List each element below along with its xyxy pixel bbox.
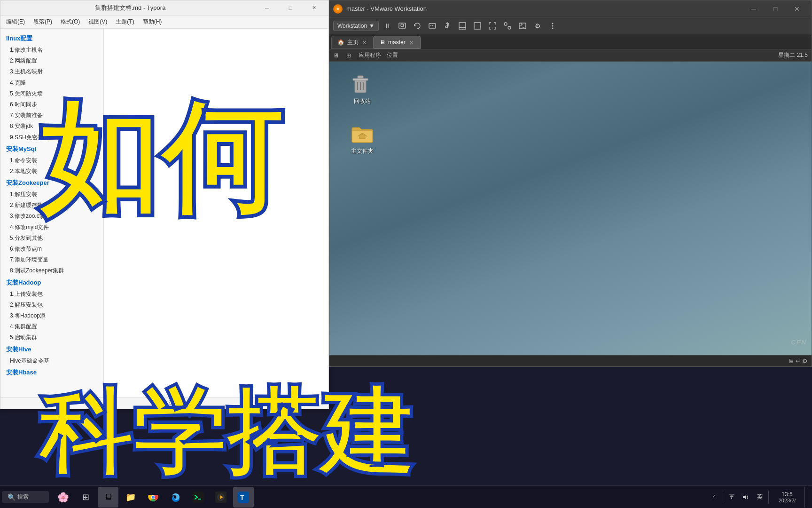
usb-button[interactable] <box>441 20 454 32</box>
sidebar-hadoop-5[interactable]: 5.启动集群 <box>0 332 103 343</box>
tab-master-close[interactable]: ✕ <box>408 39 414 46</box>
vm-status-monitor-icon[interactable]: 🖥 <box>788 357 794 365</box>
sidebar-hadoop-2[interactable]: 2.解压安装包 <box>0 300 103 310</box>
tray-network-icon[interactable] <box>725 487 738 508</box>
vmware-title: master - VMware Workstation <box>346 5 739 12</box>
apps-label[interactable]: 应用程序 <box>359 51 381 59</box>
sidebar-item-4[interactable]: 4.克隆 <box>0 78 103 88</box>
svg-text:T: T <box>240 494 244 501</box>
taskbar-terminal-icon[interactable] <box>188 487 209 508</box>
taskbar-explorer-icon[interactable]: 📁 <box>120 487 141 508</box>
sidebar-zk-5[interactable]: 5.分发到其他 <box>0 233 103 244</box>
sidebar-item-8[interactable]: 8.安装jdk <box>0 121 103 132</box>
sidebar-hadoop-4[interactable]: 4.集群配置 <box>0 321 103 332</box>
sidebar-item-6[interactable]: 6.时间同步 <box>0 99 103 110</box>
svg-point-7 <box>448 24 449 26</box>
view-normal-button[interactable] <box>456 20 469 32</box>
revert-button[interactable] <box>411 20 424 32</box>
sidebar-zk-6[interactable]: 6.修改节点m <box>0 244 103 254</box>
sidebar-zk-8[interactable]: 8.测试Zookeeper集群 <box>0 265 103 276</box>
sidebar-section-hadoop: 安装Hadoop <box>0 277 103 289</box>
vmware-icon <box>333 4 343 14</box>
maximize-button[interactable]: □ <box>280 0 301 16</box>
pause-button[interactable]: ⏸ <box>381 20 394 32</box>
vm-icon: 🖥 <box>380 39 385 46</box>
typora-title: 集群搭建文档.md - Typora <box>4 4 256 12</box>
taskbar-flower-icon[interactable]: 🌸 <box>53 487 73 508</box>
console-button[interactable] <box>516 20 529 32</box>
menu-format[interactable]: 格式(O) <box>57 16 84 27</box>
typora-sidebar: linux配置 1.修改主机名 2.网络配置 3.主机名映射 4.克隆 5.关闭… <box>0 29 104 397</box>
menu-paragraph[interactable]: 段落(P) <box>30 16 56 27</box>
desktop-icon-home[interactable]: 主文件夹 <box>344 123 381 157</box>
sidebar-zk-4[interactable]: 4.修改myid文件 <box>0 222 103 233</box>
vmware-nav-bar: 🖥 ⊞ 应用程序 位置 星期二 21:5 <box>329 49 812 62</box>
sidebar-item-9[interactable]: 9.SSH免密登录 <box>0 132 103 143</box>
workstation-dropdown[interactable]: Workstation ▼ <box>333 21 379 31</box>
snapshot-button[interactable] <box>396 20 409 32</box>
vm-status-restore-icon[interactable]: ↩ <box>796 357 801 365</box>
menu-edit[interactable]: 编辑(E) <box>2 16 29 27</box>
word-count: 4216 词 <box>155 399 174 407</box>
menu-theme[interactable]: 主题(T) <box>112 16 138 27</box>
vmware-minimize-button[interactable]: ─ <box>743 0 765 17</box>
taskbar-tray: ^ 英 13:5 2023/2/ <box>706 487 810 508</box>
taskbar-taskview-button[interactable]: ⊞ <box>75 487 96 508</box>
taskbar-chrome-icon[interactable] <box>143 487 164 508</box>
sidebar-zk-7[interactable]: 7.添加环境变量 <box>0 254 103 265</box>
svg-point-2 <box>401 24 404 27</box>
taskbar-typora-icon[interactable]: T <box>233 487 254 508</box>
vm-status-settings-icon[interactable]: ⚙ <box>802 357 808 365</box>
svg-rect-19 <box>353 79 368 80</box>
sidebar-hadoop-1[interactable]: 1.上传安装包 <box>0 289 103 300</box>
nav-datetime: 星期二 21:5 <box>778 51 808 59</box>
sidebar-zk-3[interactable]: 3.修改zoo.cfg文件 <box>0 211 103 222</box>
clock-date: 2023/2/ <box>779 498 796 503</box>
sidebar-hive-1[interactable]: Hive基础命令基 <box>0 356 103 366</box>
edge-logo-icon <box>170 492 181 503</box>
sidebar-item-5[interactable]: 5.关闭防火墙 <box>0 88 103 99</box>
sidebar-mysql-2[interactable]: 2.本地安装 <box>0 166 103 177</box>
send-keys-button[interactable] <box>426 20 439 32</box>
taskbar-search[interactable]: 🔍 搜索 <box>2 491 49 503</box>
tray-volume-icon[interactable] <box>739 487 752 508</box>
minimize-button[interactable]: ─ <box>256 0 278 16</box>
svg-rect-3 <box>429 24 436 28</box>
vmware-vm-viewport[interactable]: 回收站 主文件夹 CEN <box>329 62 812 355</box>
desktop-icon-recycle[interactable]: 回收站 <box>344 71 381 107</box>
vmware-tabs-row: 🏠 主页 ✕ 🖥 master ✕ <box>329 34 812 49</box>
sidebar-hadoop-3[interactable]: 3.将Hadoop添 <box>0 310 103 321</box>
svg-rect-13 <box>519 23 526 29</box>
sidebar-zk-1[interactable]: 1.解压安装 <box>0 189 103 200</box>
taskbar-edge-icon[interactable] <box>165 487 186 508</box>
sidebar-section-hive: 安装Hive <box>0 343 103 356</box>
vmware-maximize-button[interactable]: □ <box>765 0 786 17</box>
taskbar-clock[interactable]: 13:5 2023/2/ <box>771 491 804 503</box>
tray-ime-icon[interactable]: 英 <box>753 487 766 508</box>
sidebar-zk-2[interactable]: 2.新建缓存数据 <box>0 200 103 211</box>
view-fullscreen-button[interactable] <box>486 20 499 32</box>
view-single-button[interactable] <box>471 20 484 32</box>
taskbar-videoplayer-icon[interactable] <box>211 487 231 508</box>
sidebar-item-1[interactable]: 1.修改主机名 <box>0 45 103 56</box>
sidebar-item-2[interactable]: 2.网络配置 <box>0 56 103 66</box>
sidebar-item-3[interactable]: 3.主机名映射 <box>0 66 103 77</box>
taskbar-vmmanager-icon[interactable]: 🖥 <box>98 487 118 508</box>
typora-window: 集群搭建文档.md - Typora ─ □ ✕ 编辑(E) 段落(P) 格式(… <box>0 0 329 409</box>
location-label[interactable]: 位置 <box>387 51 398 59</box>
menu-view[interactable]: 视图(V) <box>85 16 111 27</box>
folder-icon <box>351 125 374 145</box>
close-button[interactable]: ✕ <box>303 0 325 16</box>
tab-master[interactable]: 🖥 master ✕ <box>374 36 421 49</box>
menu-help[interactable]: 帮助(H) <box>139 16 166 27</box>
tray-show-hidden-button[interactable]: ^ <box>708 487 721 508</box>
settings-button[interactable]: ⚙ <box>531 20 544 32</box>
show-desktop-button[interactable] <box>804 487 808 508</box>
sidebar-item-7[interactable]: 7.安装前准备 <box>0 110 103 121</box>
vmware-close-button[interactable]: ✕ <box>786 0 808 17</box>
more-button[interactable] <box>546 20 559 32</box>
typora-editor[interactable] <box>104 29 328 397</box>
sidebar-mysql-1[interactable]: 1.命令安装 <box>0 155 103 166</box>
unity-button[interactable] <box>501 20 514 32</box>
tab-home[interactable]: 🏠 主页 ✕ <box>331 36 374 49</box>
